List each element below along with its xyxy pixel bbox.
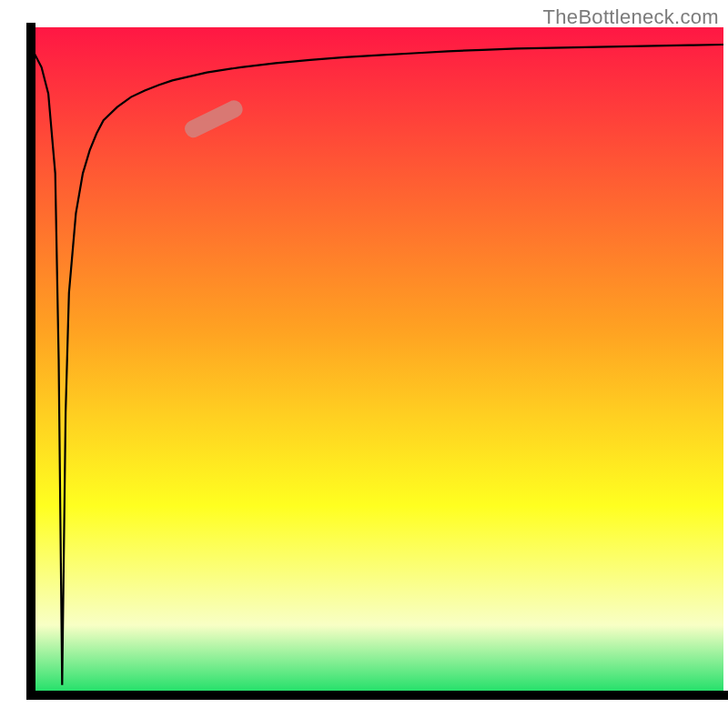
chart-frame: TheBottleneck.com [0,0,728,728]
bottleneck-chart [0,0,728,728]
plot-background [35,27,723,692]
